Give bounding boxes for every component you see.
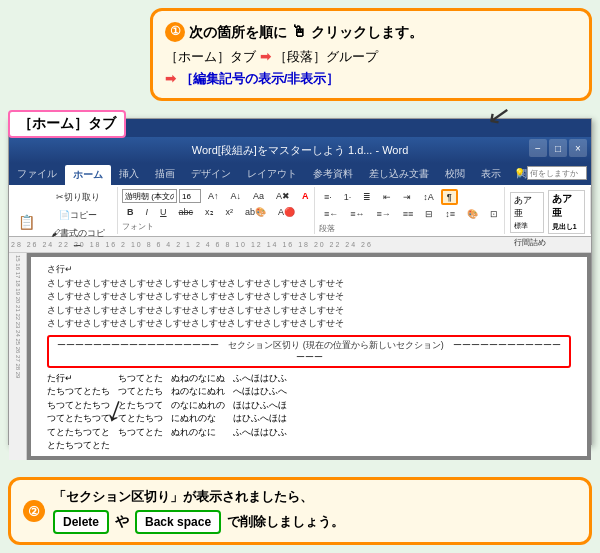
styles-group: あア亜標準 あア亜見出し1 行間詰め スタイル (505, 187, 591, 234)
top-callout: ① 次の箇所を順に 🖱 クリックします。 ［ホーム］タブ ➡ ［段落］グループ … (150, 8, 592, 101)
step1-line3: ➡ ［編集記号の表示/非表示］ (165, 69, 577, 90)
step1-line2: ［ホーム］タブ ➡ ［段落］グループ (165, 47, 577, 68)
title-bar: Word[段組み]をマスターしよう 1.d... - Word − □ × (9, 137, 591, 163)
align-center-button[interactable]: ≡↔ (345, 207, 369, 221)
maximize-button[interactable]: □ (549, 139, 567, 157)
subscript-button[interactable]: x₂ (200, 205, 219, 219)
tab-view[interactable]: 表示 (473, 163, 509, 185)
tab-references[interactable]: 参考資料 (305, 163, 361, 185)
bottom-message: 「セクション区切り」が表示されましたら、 (53, 488, 344, 506)
tab-file[interactable]: ファイル (9, 163, 65, 185)
strikethrough-button[interactable]: abc (174, 205, 199, 219)
underline-button[interactable]: U (155, 205, 172, 219)
doc-col1: た行↵ たちつてとたち ちつてとたちつ つてとたちつて てとたちつてと とたちつ… (47, 372, 110, 453)
font-clear-button[interactable]: A✖ (271, 189, 295, 203)
font-shrink-button[interactable]: A↓ (226, 189, 247, 203)
backspace-key[interactable]: Back space (135, 510, 221, 534)
suffix-text: で削除しましょう。 (227, 513, 344, 531)
paragraph-group: ≡· 1· ≣ ⇤ ⇥ ↕A ¶ ≡← ≡↔ ≡→ ≡≡ ⊟ ↕≡ 🎨 ⊡ 段落 (315, 187, 505, 234)
step-number-2: ② (23, 500, 45, 522)
doc-area: 15 16 17 18 19 20 21 22 23 24 25 26 27 2… (9, 253, 591, 460)
click-text: クリックします。 (311, 21, 423, 43)
step-number-1: ① (165, 22, 185, 42)
style-heading1[interactable]: あア亜見出し1 (548, 190, 585, 234)
justify-button[interactable]: ≡≡ (398, 207, 419, 221)
style-more-button[interactable]: 行間詰め (509, 235, 551, 250)
ribbon-body: 📋 ✂切り取り 📄コピー 🖌書式のコピー クリップボード A↑ A↓ Aa A✖… (9, 185, 591, 237)
doc-text-before: さ行↵ さしすせさしすせさしすせさしすせさしすせさしすせさしすせさしすせそ さし… (47, 263, 571, 331)
font-grow-button[interactable]: A↑ (203, 189, 224, 203)
tab-review[interactable]: 校閲 (437, 163, 473, 185)
title-bar-text: Word[段組み]をマスターしよう 1.d... - Word (192, 143, 409, 158)
indent-decrease-button[interactable]: ⇤ (378, 190, 396, 204)
page: さ行↵ さしすせさしすせさしすせさしすせさしすせさしすせさしすせさしすせそ さし… (31, 257, 587, 456)
tab-home[interactable]: ホーム (65, 165, 111, 185)
clipboard-group: 📋 ✂切り取り 📄コピー 🖌書式のコピー クリップボード (9, 187, 118, 234)
tab-design[interactable]: デザイン (183, 163, 239, 185)
show-marks-button[interactable]: ¶ (441, 189, 458, 205)
close-button[interactable]: × (569, 139, 587, 157)
numbering-button[interactable]: 1· (339, 190, 357, 204)
delete-key[interactable]: Delete (53, 510, 109, 534)
font-size-input[interactable] (179, 189, 201, 203)
format-paint-button[interactable]: 🖌書式のコピー (42, 225, 113, 255)
multilevel-button[interactable]: ≣ (358, 190, 376, 204)
paragraph-group-label: 段落 (319, 221, 335, 234)
text-color-button[interactable]: A (297, 189, 314, 203)
indent-increase-button[interactable]: ⇥ (398, 190, 416, 204)
search-input[interactable] (527, 166, 587, 180)
line-spacing-button[interactable]: ↕≡ (440, 207, 460, 221)
font-group: A↑ A↓ Aa A✖ A B I U abc x₂ x² ab🎨 A🔴 フォン… (118, 187, 315, 234)
align-right-button[interactable]: ≡→ (371, 207, 395, 221)
or-text: や (115, 513, 129, 531)
superscript-button[interactable]: x² (221, 205, 239, 219)
tab-draw[interactable]: 描画 (147, 163, 183, 185)
font-color-button[interactable]: A🔴 (273, 205, 300, 219)
doc-content: さ行↵ さしすせさしすせさしすせさしすせさしすせさしすせさしすせさしすせそ さし… (27, 253, 591, 460)
copy-button[interactable]: 📄コピー (42, 207, 113, 224)
align-left-button[interactable]: ≡← (319, 207, 343, 221)
font-group-label: フォント (122, 219, 154, 232)
word-window: ↩ ↪ 💾 Word[段組み]をマスターしよう 1.d... - Word − … (8, 118, 592, 445)
tab-insert[interactable]: 挿入 (111, 163, 147, 185)
sidebar-ruler: 15 16 17 18 19 20 21 22 23 24 25 26 27 2… (9, 253, 27, 460)
doc-col3: ぬねのなにぬ ねのなにぬれ のなにぬれの にぬれのな ぬれのなに (171, 372, 225, 453)
minimize-button[interactable]: − (529, 139, 547, 157)
mouse-icon: 🖱 (291, 19, 307, 45)
ribbon-tabs: ファイル ホーム 挿入 描画 デザイン レイアウト 参考資料 差し込み文書 校閲… (9, 163, 591, 185)
bottom-callout: ② 「セクション区切り」が表示されましたら、 Delete や Back spa… (8, 477, 592, 545)
tab-mailings[interactable]: 差し込み文書 (361, 163, 437, 185)
home-tab-label: ［ホーム］タブ (8, 110, 126, 138)
paste-button[interactable]: 📋 (13, 212, 40, 232)
tab-layout[interactable]: レイアウト (239, 163, 305, 185)
section-break-box: ーーーーーーーーーーーーーーーーーー セクション区切り (現在の位置から新しいセ… (47, 335, 571, 368)
title-bar-controls: − □ × (529, 139, 587, 157)
shading-button[interactable]: 🎨 (462, 207, 483, 221)
search-box: 💡 (514, 166, 587, 180)
columns-button[interactable]: ⊟ (420, 207, 438, 221)
style-normal[interactable]: あア亜標準 (510, 192, 544, 233)
bullets-button[interactable]: ≡· (319, 190, 337, 204)
cut-button[interactable]: ✂切り取り (42, 189, 113, 206)
italic-button[interactable]: I (141, 205, 154, 219)
bottom-key-row: Delete や Back space で削除しましょう。 (53, 510, 344, 534)
font-name-input[interactable] (122, 189, 177, 203)
sort-button[interactable]: ↕A (418, 190, 439, 204)
doc-col4: ふへほはひふ へほはひふへ ほはひふへほ はひふへほは ふへほはひふ (233, 372, 287, 453)
bold-button[interactable]: B (122, 205, 139, 219)
case-button[interactable]: Aa (248, 189, 269, 203)
step1-text: 次の箇所を順に (189, 21, 287, 43)
highlight-button[interactable]: ab🎨 (240, 205, 271, 219)
border-button[interactable]: ⊡ (485, 207, 503, 221)
